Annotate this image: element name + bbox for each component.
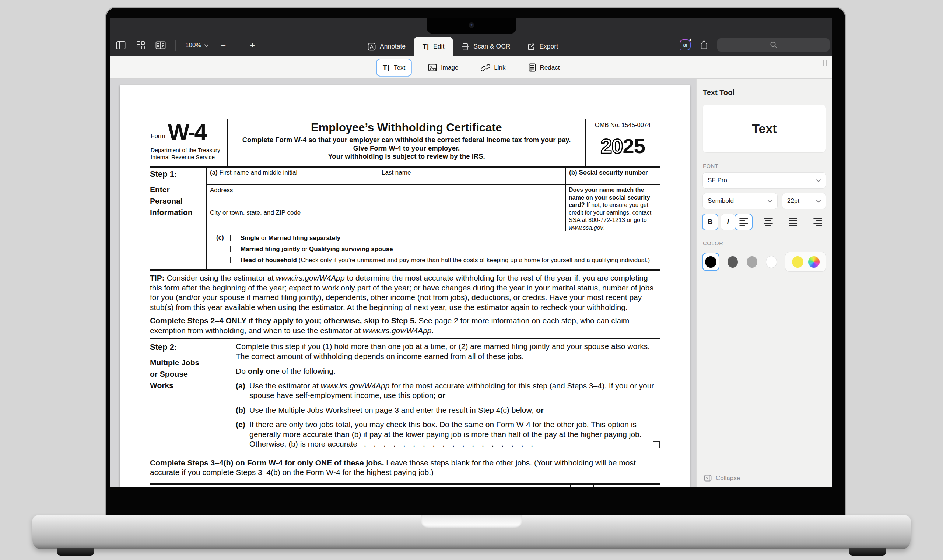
edit-text-cursor-icon: T| (422, 43, 429, 51)
laptop-foot-left (57, 548, 94, 555)
display-notch (427, 18, 516, 34)
checkbox-single[interactable] (230, 235, 236, 241)
swatch-gray[interactable] (747, 256, 757, 268)
swatch-white[interactable] (766, 256, 777, 268)
tab-export[interactable]: Export (519, 37, 567, 56)
toolbar-divider (237, 40, 238, 51)
dot-leader: . . . . . . . . . . . . . . . . . . (364, 440, 533, 448)
form-number: W-4 (168, 122, 206, 143)
step2-label: Step 2: (150, 342, 236, 352)
search-icon (770, 41, 777, 49)
align-left-icon (739, 218, 748, 226)
reading-view-icon[interactable] (156, 40, 166, 51)
option-married-jointly: Married filing jointly or Qualifying sur… (230, 245, 660, 254)
chevron-down-icon (816, 179, 821, 182)
swatch-black-selected[interactable] (703, 253, 719, 270)
tab-annotate[interactable]: Annotate (359, 37, 414, 56)
chevron-down-icon (816, 200, 821, 203)
form-word: Form (151, 132, 165, 143)
text-tool-panel: Text Tool Text FONT SF Pro Semibold 22pt… (696, 79, 832, 487)
steps-3-4b-paragraph: Complete Steps 3–4(b) on Form W-4 for on… (150, 458, 660, 477)
align-justify-button[interactable] (784, 214, 801, 230)
zoom-out-button[interactable]: − (219, 40, 228, 51)
collapse-panel-button[interactable]: Collapse (704, 474, 740, 482)
steps-2-4-paragraph: Complete Steps 2–4 ONLY if they apply to… (150, 316, 660, 335)
filing-status-options: (c) Single or Married filing separately … (206, 231, 660, 269)
dept-line2: Internal Revenue Service (151, 154, 225, 161)
zoom-level-value: 100% (185, 42, 201, 49)
tab-edit[interactable]: T| Edit (414, 37, 453, 56)
font-family-select[interactable]: SF Pro (703, 173, 826, 188)
option-single: Single or Married filing separately (230, 234, 660, 243)
align-right-button[interactable] (809, 214, 826, 230)
font-size-select[interactable]: 22pt (783, 193, 826, 209)
ai-assistant-button[interactable]: ai ✦ (680, 39, 691, 51)
align-center-button[interactable] (760, 214, 777, 230)
bold-button[interactable]: B (703, 214, 718, 230)
text-preview-card: Text (703, 105, 826, 152)
scanner-icon (461, 43, 469, 51)
text-tool-icon: T| (383, 64, 390, 72)
checkbox-two-jobs[interactable] (653, 442, 660, 448)
sidebar-panel-icon[interactable] (116, 40, 126, 51)
color-wheel[interactable] (808, 256, 820, 268)
tab-scan-ocr[interactable]: Scan & OCR (453, 37, 519, 56)
option-head-of-household: Head of household (Check only if you’re … (230, 256, 660, 265)
tool-redact[interactable]: Redact (523, 59, 566, 76)
align-left-button[interactable] (735, 214, 752, 230)
first-name-field[interactable]: (a) First name and middle initial (206, 168, 378, 185)
sparkle-icon: ✦ (689, 38, 692, 43)
swatch-yellow[interactable] (792, 256, 803, 268)
view-controls: 100% − + (116, 40, 257, 51)
step3-top-border (150, 483, 660, 488)
ssa-match-note: Does your name match the name on your so… (565, 185, 660, 231)
align-justify-icon (789, 218, 798, 226)
document-area: Form W-4 Department of the Treasury Inte… (110, 79, 696, 487)
tool-text[interactable]: T| Text (377, 59, 411, 76)
custom-color-group (785, 252, 826, 271)
chevron-down-icon (204, 44, 209, 47)
mode-tabs: Annotate T| Edit Scan & OCR Export (359, 37, 567, 56)
checkbox-head-of-household[interactable] (230, 257, 236, 263)
link-icon (481, 64, 490, 72)
thumbnails-grid-icon[interactable] (136, 40, 146, 51)
last-name-field[interactable]: Last name (378, 168, 565, 185)
form-subtitle3: Your withholding is subject to review by… (228, 152, 586, 161)
collapse-icon (704, 474, 712, 482)
pdf-page[interactable]: Form W-4 Department of the Treasury Inte… (120, 85, 690, 487)
swatch-dark-gray[interactable] (727, 256, 738, 268)
step1-section: Step 1: Enter Personal Information (a) F… (150, 168, 660, 271)
share-icon[interactable] (699, 40, 709, 50)
form-subtitle1: Complete Form W-4 so that your employer … (228, 136, 586, 144)
tool-link[interactable]: Link (475, 59, 511, 76)
search-input[interactable] (717, 38, 829, 52)
step2-do-only-one: Do only one of the following. (236, 366, 660, 376)
ssn-field[interactable]: (b) Social security number (565, 168, 660, 185)
toolbar-right: ai ✦ (680, 38, 829, 52)
checkbox-married-jointly[interactable] (230, 246, 236, 252)
zoom-in-button[interactable]: + (248, 40, 257, 51)
step2-item-b: (b) Use the Multiple Jobs Worksheet on p… (236, 405, 660, 415)
edit-toolbar: T| Text Image Link (110, 56, 832, 79)
redact-icon (529, 63, 536, 72)
text-preview: Text (752, 122, 777, 136)
panel-resize-handle[interactable] (823, 60, 827, 66)
tool-image[interactable]: Image (422, 59, 464, 76)
section-divider (150, 338, 660, 340)
omb-number: OMB No. 1545-0074 (586, 119, 660, 131)
color-section-label: COLOR (703, 240, 826, 246)
step2-section: Step 2: Multiple Jobs or Spouse Works Co… (150, 342, 660, 449)
zoom-level-dropdown[interactable]: 100% (185, 42, 209, 49)
laptop-foot-right (849, 548, 886, 555)
tip-paragraph: TIP: Consider using the estimator at www… (150, 273, 660, 312)
laptop-lid-notch (421, 515, 522, 529)
toolbar-divider (175, 40, 176, 51)
desktop: { "app": { "toolbar": { "zoom_level": "1… (0, 0, 943, 560)
italic-button[interactable]: I (721, 214, 736, 230)
font-style-select[interactable]: Semibold (703, 193, 777, 209)
w4-form: Form W-4 Department of the Treasury Inte… (150, 118, 660, 487)
form-header: Form W-4 Department of the Treasury Inte… (150, 118, 660, 168)
webcam (469, 23, 475, 28)
form-year: 2025 (586, 131, 660, 158)
laptop-base (32, 515, 911, 549)
